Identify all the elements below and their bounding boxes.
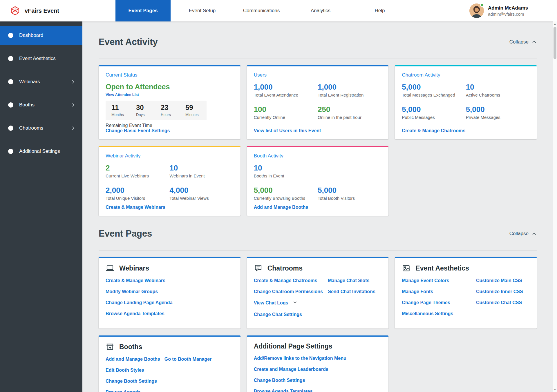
create-manage-webinars-link[interactable]: Create & Manage Webinars <box>106 278 165 283</box>
browse-agenda-templates-link[interactable]: Browse Agenda Templates <box>106 390 140 392</box>
browse-agenda-templates-link[interactable]: Browse Agenda Templates <box>106 311 164 316</box>
modify-webinar-groups-link[interactable]: Modify Webinar Groups <box>106 289 158 294</box>
section-title-event-pages: Event Pages <box>99 228 152 239</box>
stat-value: 5,000 <box>402 105 466 114</box>
stat-value: 1,000 <box>318 83 381 92</box>
stat: 1,000 Total Event Registration <box>318 83 381 97</box>
scroll-down-icon[interactable]: ▼ <box>553 387 557 392</box>
stat: 10 Active Chatrooms <box>466 83 530 97</box>
event-activity-section-header: Event Activity Collapse <box>99 31 537 53</box>
sidebar-item-label: Dashboard <box>19 32 75 38</box>
sidebar-item-label: Booths <box>19 102 71 108</box>
add-manage-booths-link[interactable]: Add and Manage Booths <box>106 357 160 362</box>
change-chatroom-permissions-link[interactable]: Change Chatroom Permissions <box>254 289 323 294</box>
change-landing-page-agenda-link[interactable]: Change Landing Page Agenda <box>106 300 173 305</box>
create-manage-chatrooms-link[interactable]: Create & Manage Chatrooms <box>254 278 317 283</box>
tab-analytics[interactable]: Analytics <box>293 0 348 21</box>
webinars-links: Create & Manage Webinars Modify Webinar … <box>106 278 234 322</box>
chatrooms-page-card: Chatrooms Create & Manage Chatrooms Chan… <box>247 257 389 329</box>
webinar-activity-card: Webinar Activity 2 Current Live Webinars… <box>99 146 240 216</box>
stat-label: Active Chatrooms <box>466 92 530 97</box>
view-attendee-list-link[interactable]: View Attendee List <box>106 92 234 97</box>
chatrooms-icon <box>8 126 13 131</box>
chatroom-activity-card: Chatroom Activity 5,000 Total Messages E… <box>395 65 537 139</box>
stat: 5,000 Total Booth Visitors <box>318 186 381 201</box>
user-menu[interactable]: Admin McAdams admin@vfairs.com <box>469 0 528 21</box>
sidebar-item-event-aesthetics[interactable]: Event Aesthetics <box>0 49 82 68</box>
webinar-stats: 2 Current Live Webinars 10 Webinars in E… <box>106 164 234 201</box>
chevron-down-icon[interactable] <box>292 301 298 306</box>
tab-event-pages[interactable]: Event Pages <box>115 0 171 21</box>
card-title: Booth Activity <box>254 153 382 159</box>
change-booth-settings-link[interactable]: Change Booth Settings <box>106 379 157 384</box>
sidebar-item-booths[interactable]: Booths <box>0 96 82 114</box>
user-email: admin@vfairs.com <box>488 12 528 17</box>
edit-booth-styles-link[interactable]: Edit Booth Styles <box>106 368 144 373</box>
stat-value: 5,000 <box>318 186 381 195</box>
sidebar-item-dashboard[interactable]: Dashboard <box>0 26 82 45</box>
scroll-up-icon[interactable]: ▲ <box>553 21 557 26</box>
sidebar-item-chatrooms[interactable]: Chatrooms <box>0 119 82 137</box>
tab-help[interactable]: Help <box>352 0 407 21</box>
aesthetics-links-col-2: Customize Main CSS Customize Inner CSS C… <box>476 278 530 322</box>
stat-value: 2,000 <box>106 186 169 195</box>
card-title: Booths <box>119 343 142 351</box>
browse-agenda-templates-link[interactable]: Browse Agenda Templates <box>254 389 313 392</box>
send-chat-invitations-link[interactable]: Send Chat Invitations <box>328 289 375 294</box>
change-booth-settings-link[interactable]: Change Booth Settings <box>254 378 305 383</box>
create-manage-leaderboards-link[interactable]: Create and Manage Leaderboards <box>254 367 328 372</box>
stat: 250 Online in the past hour <box>318 105 381 120</box>
view-chat-logs-link[interactable]: View Chat Logs <box>254 300 288 305</box>
countdown-unit: Minutes <box>185 112 205 117</box>
stat: 5,000 Public Messages <box>402 105 466 120</box>
miscellaneous-settings-link[interactable]: Miscellaneous Settings <box>402 311 453 316</box>
stat-label: Public Messages <box>402 115 466 120</box>
empty-grid-cell <box>395 146 537 216</box>
countdown-value: 30 <box>136 104 156 112</box>
collapse-event-pages-button[interactable]: Collapse <box>509 231 537 237</box>
create-manage-chatrooms-link[interactable]: Create & Manage Chatrooms <box>402 128 530 133</box>
customize-main-css-link[interactable]: Customize Main CSS <box>476 278 522 283</box>
section-divider <box>99 59 537 59</box>
change-basic-event-settings-link[interactable]: Change Basic Event Settings <box>106 128 234 133</box>
tab-event-setup[interactable]: Event Setup <box>175 0 230 21</box>
sidebar-item-webinars[interactable]: Webinars <box>0 72 82 91</box>
tab-communications[interactable]: Communications <box>234 0 289 21</box>
stat-label: Private Messages <box>466 115 530 120</box>
countdown-cell: 23 Hours <box>156 104 181 117</box>
customize-chat-css-link[interactable]: Customize Chat CSS <box>476 300 522 305</box>
additional-settings-icon <box>8 149 13 154</box>
card-header: Event Aesthetics <box>402 264 530 273</box>
go-to-booth-manager-link[interactable]: Go to Booth Manager <box>164 357 212 362</box>
countdown-cell: 30 Days <box>131 104 156 117</box>
add-remove-nav-links-link[interactable]: Add/Remove links to the Navigation Menu <box>254 356 346 361</box>
stat-value: 10 <box>169 164 233 173</box>
scrollbar-thumb[interactable] <box>554 27 556 59</box>
collapse-event-activity-button[interactable]: Collapse <box>509 39 537 45</box>
countdown-value: 11 <box>111 104 131 112</box>
stat-label: Webinars in Event <box>169 173 233 178</box>
manage-event-colors-link[interactable]: Manage Event Colors <box>402 278 449 283</box>
customize-inner-css-link[interactable]: Customize Inner CSS <box>476 289 523 294</box>
create-manage-webinars-link[interactable]: Create & Manage Webinars <box>106 205 234 210</box>
sidebar-item-additional-settings[interactable]: Additional Settings <box>0 142 82 161</box>
change-page-themes-link[interactable]: Change Page Themes <box>402 300 450 305</box>
scrollbar[interactable]: ▲ ▼ <box>553 21 557 392</box>
dashboard-icon <box>8 33 13 38</box>
activity-cards-row-2: Webinar Activity 2 Current Live Webinars… <box>99 146 537 216</box>
view-users-list-link[interactable]: View list of Users in this Event <box>254 128 382 133</box>
manage-fonts-link[interactable]: Manage Fonts <box>402 289 433 294</box>
avatar[interactable] <box>469 3 484 18</box>
webinars-icon <box>8 79 13 84</box>
stat-value: 4,000 <box>169 186 233 195</box>
stat-label: Current Live Webinars <box>106 173 169 178</box>
change-chat-settings-link[interactable]: Change Chat Settings <box>254 312 302 317</box>
image-icon <box>402 264 410 273</box>
stat-label: Total Webinar Views <box>169 196 233 201</box>
card-header: Booths <box>106 342 234 351</box>
manage-chat-slots-link[interactable]: Manage Chat Slots <box>328 278 369 283</box>
card-title: Event Aesthetics <box>415 264 469 272</box>
booths-links-col-2: Go to Booth Manager <box>164 356 234 392</box>
chat-bubble-icon <box>254 264 263 273</box>
add-manage-booths-link[interactable]: Add and Manage Booths <box>254 205 382 210</box>
